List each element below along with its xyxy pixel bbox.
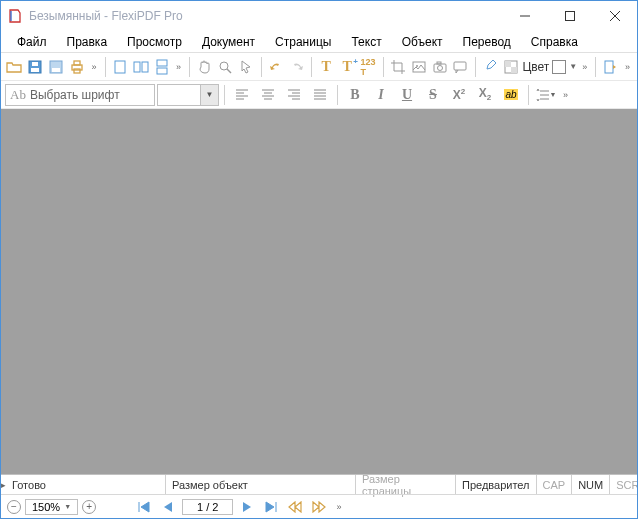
title-bar: Безымянный - FlexiPDF Pro <box>1 1 637 31</box>
toolbar-overflow-1[interactable]: » <box>89 62 100 72</box>
text-tool-button[interactable]: T <box>317 55 336 79</box>
layout-double-button[interactable] <box>131 55 150 79</box>
svg-rect-16 <box>157 68 167 74</box>
zoom-in-button[interactable]: + <box>82 500 96 514</box>
font-icon: Ab <box>10 87 26 103</box>
svg-rect-6 <box>32 62 38 66</box>
menu-translate[interactable]: Перевод <box>453 32 521 52</box>
nav-overflow[interactable]: » <box>333 502 344 512</box>
color-box-icon <box>552 60 566 74</box>
font-select[interactable]: Ab Выбрать шрифт <box>5 84 155 106</box>
page-indicator[interactable]: 1 / 2 <box>182 499 233 515</box>
svg-rect-13 <box>134 62 140 72</box>
redo-button[interactable] <box>287 55 306 79</box>
subscript-button[interactable]: X2 <box>473 83 497 107</box>
zoom-tool-button[interactable] <box>216 55 235 79</box>
status-page-size: Размер страницы <box>356 475 456 494</box>
font-size-select[interactable]: ▼ <box>157 84 219 106</box>
svg-rect-26 <box>505 61 511 67</box>
svg-point-17 <box>220 62 228 70</box>
first-page-button[interactable] <box>134 498 154 516</box>
next-view-button[interactable] <box>309 498 329 516</box>
superscript-button[interactable]: X2 <box>447 83 471 107</box>
close-button[interactable] <box>592 1 637 31</box>
open-button[interactable] <box>5 55 24 79</box>
svg-line-18 <box>227 69 231 73</box>
color-fill-button[interactable] <box>502 55 521 79</box>
menu-document[interactable]: Документ <box>192 32 265 52</box>
align-center-button[interactable] <box>256 83 280 107</box>
text-number-button[interactable]: 123T <box>359 55 378 79</box>
highlight-button[interactable]: ab <box>499 83 523 107</box>
status-object-size: Размер объект <box>166 475 356 494</box>
export-button[interactable] <box>601 55 620 79</box>
next-page-button[interactable] <box>237 498 257 516</box>
app-icon <box>7 8 23 24</box>
svg-rect-8 <box>52 68 60 72</box>
svg-rect-24 <box>454 62 466 70</box>
font-placeholder: Выбрать шрифт <box>30 88 120 102</box>
menu-pages[interactable]: Страницы <box>265 32 341 52</box>
align-justify-button[interactable] <box>308 83 332 107</box>
print-button[interactable] <box>68 55 87 79</box>
hand-tool-button[interactable] <box>195 55 214 79</box>
layout-continuous-button[interactable] <box>152 55 171 79</box>
svg-rect-14 <box>142 62 148 72</box>
save-button[interactable] <box>26 55 45 79</box>
align-right-button[interactable] <box>282 83 306 107</box>
save-as-button[interactable] <box>47 55 66 79</box>
crop-button[interactable] <box>388 55 407 79</box>
eyedropper-button[interactable] <box>481 55 500 79</box>
svg-rect-10 <box>74 61 80 65</box>
minimize-button[interactable] <box>502 1 547 31</box>
text-plus-button[interactable]: T+ <box>338 55 357 79</box>
comment-button[interactable] <box>451 55 470 79</box>
pointer-tool-button[interactable] <box>237 55 256 79</box>
align-left-button[interactable] <box>230 83 254 107</box>
svg-rect-11 <box>74 69 80 73</box>
prev-view-button[interactable] <box>285 498 305 516</box>
svg-rect-15 <box>157 60 167 66</box>
toolbar-overflow-5[interactable]: » <box>560 90 571 100</box>
status-preview[interactable]: Предварител <box>456 475 537 494</box>
color-label: Цвет <box>522 60 549 74</box>
document-canvas[interactable] <box>1 109 637 474</box>
zoom-out-button[interactable]: − <box>7 500 21 514</box>
menu-file[interactable]: Файл <box>7 32 57 52</box>
last-page-button[interactable] <box>261 498 281 516</box>
strike-button[interactable]: S <box>421 83 445 107</box>
italic-button[interactable]: I <box>369 83 393 107</box>
toolbar-overflow-4[interactable]: » <box>622 62 633 72</box>
toolbar-overflow-2[interactable]: » <box>173 62 184 72</box>
toolbar-format: Ab Выбрать шрифт ▼ B I U S X2 X2 ab ▼ » <box>1 81 637 109</box>
line-spacing-button[interactable]: ▼ <box>534 83 558 107</box>
zoom-level[interactable]: 150%▼ <box>25 499 78 515</box>
status-scrl: SCRL <box>610 475 638 494</box>
menu-text[interactable]: Текст <box>341 32 391 52</box>
bold-button[interactable]: B <box>343 83 367 107</box>
svg-rect-5 <box>31 68 39 72</box>
svg-rect-12 <box>115 61 125 73</box>
menu-object[interactable]: Объект <box>392 32 453 52</box>
layout-single-button[interactable] <box>110 55 129 79</box>
underline-button[interactable]: U <box>395 83 419 107</box>
status-cap: CAP <box>537 475 573 494</box>
menu-help[interactable]: Справка <box>521 32 588 52</box>
svg-rect-27 <box>511 67 517 73</box>
svg-point-22 <box>437 65 442 70</box>
svg-rect-28 <box>605 61 613 73</box>
status-bar: ▸ Готово Размер объект Размер страницы П… <box>1 474 637 494</box>
prev-page-button[interactable] <box>158 498 178 516</box>
undo-button[interactable] <box>266 55 285 79</box>
toolbar-overflow-3[interactable]: » <box>579 62 590 72</box>
color-picker[interactable]: Цвет ▼ <box>522 60 577 74</box>
dropdown-icon: ▼ <box>200 85 218 105</box>
camera-button[interactable] <box>430 55 449 79</box>
nav-bar: − 150%▼ + 1 / 2 » <box>1 494 637 518</box>
status-num: NUM <box>572 475 610 494</box>
maximize-button[interactable] <box>547 1 592 31</box>
menu-view[interactable]: Просмотр <box>117 32 192 52</box>
menu-edit[interactable]: Правка <box>57 32 118 52</box>
image-button[interactable] <box>409 55 428 79</box>
toolbar-main: » » T T+ 123T Цвет ▼ » » <box>1 53 637 81</box>
